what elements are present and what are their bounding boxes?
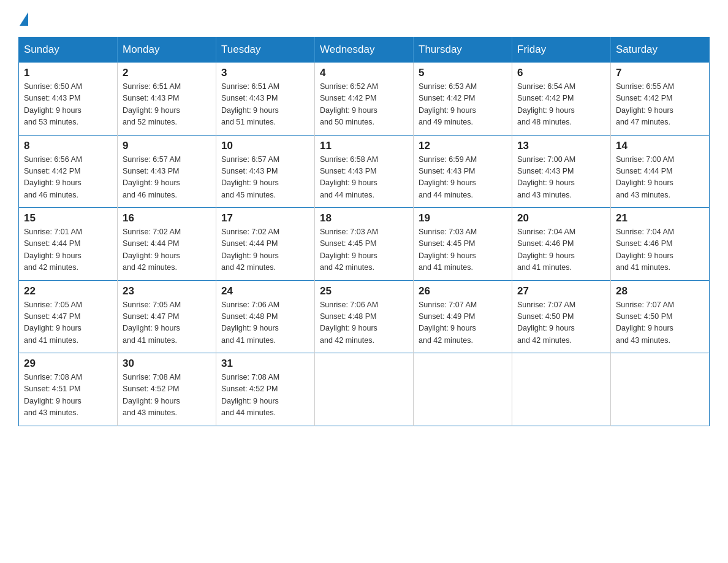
day-number: 3 — [221, 67, 309, 79]
day-number: 27 — [517, 285, 605, 297]
day-info: Sunrise: 6:59 AMSunset: 4:43 PMDaylight:… — [419, 154, 507, 202]
calendar-week-row: 1Sunrise: 6:50 AMSunset: 4:43 PMDaylight… — [19, 63, 710, 136]
day-number: 25 — [320, 285, 408, 297]
col-header-wednesday: Wednesday — [315, 37, 414, 63]
day-number: 6 — [517, 67, 605, 79]
calendar-cell: 30Sunrise: 7:08 AMSunset: 4:52 PMDayligh… — [118, 353, 216, 426]
calendar-week-row: 29Sunrise: 7:08 AMSunset: 4:51 PMDayligh… — [19, 353, 710, 426]
calendar-cell — [512, 353, 611, 426]
day-info: Sunrise: 7:04 AMSunset: 4:46 PMDaylight:… — [517, 226, 605, 274]
day-info: Sunrise: 7:06 AMSunset: 4:48 PMDaylight:… — [221, 299, 309, 347]
day-info: Sunrise: 7:02 AMSunset: 4:44 PMDaylight:… — [123, 226, 211, 274]
day-number: 2 — [123, 67, 211, 79]
calendar-cell: 25Sunrise: 7:06 AMSunset: 4:48 PMDayligh… — [315, 280, 414, 353]
day-info: Sunrise: 6:51 AMSunset: 4:43 PMDaylight:… — [123, 81, 211, 129]
col-header-sunday: Sunday — [19, 37, 118, 63]
day-number: 10 — [221, 140, 309, 152]
calendar-cell: 10Sunrise: 6:57 AMSunset: 4:43 PMDayligh… — [216, 135, 315, 208]
calendar-week-row: 22Sunrise: 7:05 AMSunset: 4:47 PMDayligh… — [19, 280, 710, 353]
calendar-cell: 24Sunrise: 7:06 AMSunset: 4:48 PMDayligh… — [216, 280, 315, 353]
day-info: Sunrise: 6:55 AMSunset: 4:42 PMDaylight:… — [616, 81, 704, 129]
calendar-header-row: SundayMondayTuesdayWednesdayThursdayFrid… — [19, 37, 710, 63]
calendar-cell: 15Sunrise: 7:01 AMSunset: 4:44 PMDayligh… — [19, 208, 118, 281]
day-info: Sunrise: 7:03 AMSunset: 4:45 PMDaylight:… — [320, 226, 408, 274]
logo-text — [18, 12, 29, 26]
calendar-table: SundayMondayTuesdayWednesdayThursdayFrid… — [18, 37, 710, 426]
day-number: 22 — [24, 285, 112, 297]
day-info: Sunrise: 7:00 AMSunset: 4:44 PMDaylight:… — [616, 154, 704, 202]
calendar-cell: 17Sunrise: 7:02 AMSunset: 4:44 PMDayligh… — [216, 208, 315, 281]
day-number: 5 — [419, 67, 507, 79]
calendar-cell: 19Sunrise: 7:03 AMSunset: 4:45 PMDayligh… — [414, 208, 512, 281]
calendar-week-row: 15Sunrise: 7:01 AMSunset: 4:44 PMDayligh… — [19, 208, 710, 281]
day-info: Sunrise: 6:57 AMSunset: 4:43 PMDaylight:… — [221, 154, 309, 202]
calendar-cell: 18Sunrise: 7:03 AMSunset: 4:45 PMDayligh… — [315, 208, 414, 281]
day-info: Sunrise: 6:57 AMSunset: 4:43 PMDaylight:… — [123, 154, 211, 202]
calendar-cell: 7Sunrise: 6:55 AMSunset: 4:42 PMDaylight… — [611, 63, 710, 136]
calendar-cell: 23Sunrise: 7:05 AMSunset: 4:47 PMDayligh… — [118, 280, 216, 353]
day-number: 8 — [24, 140, 112, 152]
day-number: 7 — [616, 67, 704, 79]
calendar-cell: 29Sunrise: 7:08 AMSunset: 4:51 PMDayligh… — [19, 353, 118, 426]
calendar-cell: 14Sunrise: 7:00 AMSunset: 4:44 PMDayligh… — [611, 135, 710, 208]
day-number: 30 — [123, 358, 211, 370]
day-number: 14 — [616, 140, 704, 152]
calendar-cell: 27Sunrise: 7:07 AMSunset: 4:50 PMDayligh… — [512, 280, 611, 353]
day-number: 18 — [320, 212, 408, 224]
calendar-cell: 6Sunrise: 6:54 AMSunset: 4:42 PMDaylight… — [512, 63, 611, 136]
day-info: Sunrise: 6:58 AMSunset: 4:43 PMDaylight:… — [320, 154, 408, 202]
day-info: Sunrise: 7:00 AMSunset: 4:43 PMDaylight:… — [517, 154, 605, 202]
calendar-cell: 1Sunrise: 6:50 AMSunset: 4:43 PMDaylight… — [19, 63, 118, 136]
calendar-cell — [611, 353, 710, 426]
day-info: Sunrise: 7:01 AMSunset: 4:44 PMDaylight:… — [24, 226, 112, 274]
day-info: Sunrise: 6:50 AMSunset: 4:43 PMDaylight:… — [24, 81, 112, 129]
day-number: 20 — [517, 212, 605, 224]
day-info: Sunrise: 7:02 AMSunset: 4:44 PMDaylight:… — [221, 226, 309, 274]
day-info: Sunrise: 7:07 AMSunset: 4:50 PMDaylight:… — [616, 299, 704, 347]
page-header — [18, 12, 710, 26]
calendar-week-row: 8Sunrise: 6:56 AMSunset: 4:42 PMDaylight… — [19, 135, 710, 208]
calendar-cell: 4Sunrise: 6:52 AMSunset: 4:42 PMDaylight… — [315, 63, 414, 136]
calendar-cell: 20Sunrise: 7:04 AMSunset: 4:46 PMDayligh… — [512, 208, 611, 281]
day-number: 28 — [616, 285, 704, 297]
day-info: Sunrise: 6:52 AMSunset: 4:42 PMDaylight:… — [320, 81, 408, 129]
col-header-saturday: Saturday — [611, 37, 710, 63]
day-info: Sunrise: 6:54 AMSunset: 4:42 PMDaylight:… — [517, 81, 605, 129]
calendar-cell: 16Sunrise: 7:02 AMSunset: 4:44 PMDayligh… — [118, 208, 216, 281]
day-number: 13 — [517, 140, 605, 152]
calendar-cell: 8Sunrise: 6:56 AMSunset: 4:42 PMDaylight… — [19, 135, 118, 208]
calendar-cell: 26Sunrise: 7:07 AMSunset: 4:49 PMDayligh… — [414, 280, 512, 353]
day-number: 26 — [419, 285, 507, 297]
day-number: 1 — [24, 67, 112, 79]
calendar-cell: 28Sunrise: 7:07 AMSunset: 4:50 PMDayligh… — [611, 280, 710, 353]
day-number: 4 — [320, 67, 408, 79]
day-number: 31 — [221, 358, 309, 370]
calendar-cell: 22Sunrise: 7:05 AMSunset: 4:47 PMDayligh… — [19, 280, 118, 353]
day-number: 17 — [221, 212, 309, 224]
day-info: Sunrise: 7:07 AMSunset: 4:50 PMDaylight:… — [517, 299, 605, 347]
day-number: 15 — [24, 212, 112, 224]
day-info: Sunrise: 7:05 AMSunset: 4:47 PMDaylight:… — [123, 299, 211, 347]
logo — [18, 12, 29, 26]
day-info: Sunrise: 6:56 AMSunset: 4:42 PMDaylight:… — [24, 154, 112, 202]
day-number: 16 — [123, 212, 211, 224]
col-header-monday: Monday — [118, 37, 216, 63]
day-number: 29 — [24, 358, 112, 370]
day-number: 19 — [419, 212, 507, 224]
day-info: Sunrise: 7:08 AMSunset: 4:52 PMDaylight:… — [221, 372, 309, 419]
day-info: Sunrise: 7:07 AMSunset: 4:49 PMDaylight:… — [419, 299, 507, 347]
col-header-friday: Friday — [512, 37, 611, 63]
day-info: Sunrise: 7:08 AMSunset: 4:51 PMDaylight:… — [24, 372, 112, 419]
logo-triangle-icon — [20, 12, 28, 26]
calendar-cell: 9Sunrise: 6:57 AMSunset: 4:43 PMDaylight… — [118, 135, 216, 208]
col-header-tuesday: Tuesday — [216, 37, 315, 63]
day-info: Sunrise: 7:03 AMSunset: 4:45 PMDaylight:… — [419, 226, 507, 274]
day-number: 21 — [616, 212, 704, 224]
day-info: Sunrise: 7:05 AMSunset: 4:47 PMDaylight:… — [24, 299, 112, 347]
day-number: 23 — [123, 285, 211, 297]
day-info: Sunrise: 6:53 AMSunset: 4:42 PMDaylight:… — [419, 81, 507, 129]
calendar-cell: 5Sunrise: 6:53 AMSunset: 4:42 PMDaylight… — [414, 63, 512, 136]
day-number: 11 — [320, 140, 408, 152]
calendar-cell: 12Sunrise: 6:59 AMSunset: 4:43 PMDayligh… — [414, 135, 512, 208]
day-info: Sunrise: 7:04 AMSunset: 4:46 PMDaylight:… — [616, 226, 704, 274]
